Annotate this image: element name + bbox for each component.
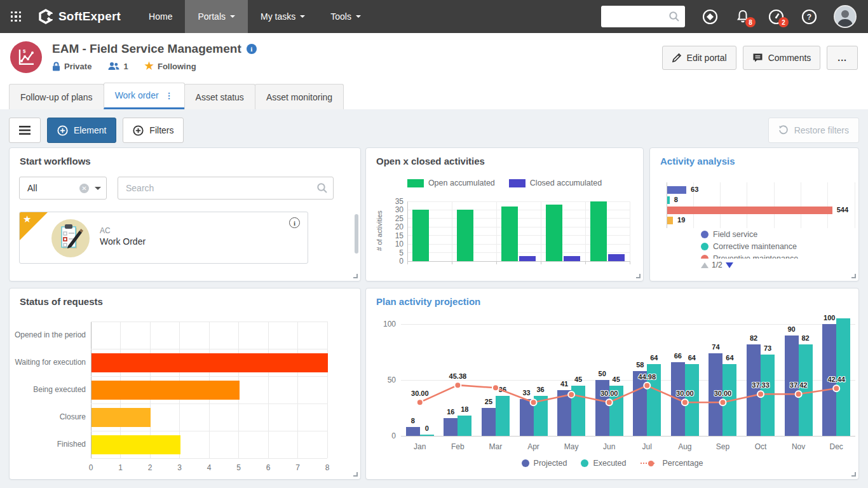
quick-access-button[interactable] (702, 8, 718, 25)
line-point (757, 391, 764, 397)
portal-icon: $ (10, 41, 42, 73)
chart-title: Activity analysis (660, 156, 735, 166)
svg-text:$: $ (23, 48, 26, 54)
workflow-search-input[interactable] (118, 177, 334, 200)
gridline-x (452, 201, 452, 261)
legend-item[interactable]: Open accumulated (407, 179, 495, 187)
resize-handle[interactable] (851, 274, 856, 278)
line-point (417, 399, 423, 405)
legend-item[interactable]: Field service (701, 228, 798, 240)
legend-item[interactable]: Corrective maintenance (701, 240, 798, 252)
avatar-image (835, 6, 855, 27)
category-label: Waiting for execution (6, 358, 86, 367)
notifications-button[interactable]: 8 (735, 8, 751, 25)
comments-button[interactable]: Comments (743, 46, 821, 70)
bar-open (590, 201, 607, 261)
question-icon: ? (801, 9, 817, 25)
pending-activities-button[interactable]: 2 (768, 8, 784, 25)
workflow-search (118, 177, 334, 200)
help-button[interactable]: ? (801, 8, 817, 25)
x-tick-label: 4 (201, 463, 217, 472)
users-icon (108, 62, 119, 71)
tab-asset-monitoring[interactable]: Asset monitoring (255, 84, 344, 109)
resize-handle[interactable] (636, 274, 641, 278)
add-filters-button[interactable]: Filters (123, 118, 184, 143)
following-toggle[interactable]: ★ Following (145, 61, 196, 71)
y-tick-label: 0 (376, 431, 396, 440)
bar-segment (667, 196, 670, 204)
more-options-button[interactable]: ... (827, 46, 858, 70)
softexpert-logo[interactable]: SoftExpert (32, 9, 136, 24)
layout-list-button[interactable] (9, 118, 41, 143)
legend-item[interactable]: Projected (522, 459, 567, 468)
x-tick-label: Mar (477, 442, 515, 451)
legend-item[interactable]: Executed (581, 459, 626, 468)
restore-icon (778, 125, 789, 135)
clear-filter-icon[interactable]: ✕ (79, 184, 89, 193)
resize-handle[interactable] (353, 274, 358, 278)
line-point (606, 399, 613, 405)
status-of-requests-chart: 012345678Opened in the periodWaiting for… (91, 322, 327, 458)
work-order-icon (50, 218, 91, 259)
x-tick-label: 0 (83, 463, 98, 472)
tab-asset-status[interactable]: Asset status (184, 84, 255, 109)
lock-icon (52, 62, 60, 71)
nav-item-home[interactable]: Home (136, 0, 185, 33)
panel-activity-analysis: Activity analysis 63854419 Field service… (649, 147, 859, 281)
value-label: 8 (674, 196, 678, 203)
workflow-card-work-order[interactable]: ★ AC Work Order i (19, 212, 308, 264)
gridline-x (407, 201, 408, 261)
add-element-button[interactable]: Element (47, 118, 116, 143)
line-value-label: 42.44 (820, 376, 852, 383)
info-icon[interactable]: i (289, 217, 300, 228)
ellipsis-icon: ... (837, 53, 847, 63)
app-launcher-button[interactable] (0, 0, 32, 33)
legend-item[interactable]: Closed accumulated (509, 179, 602, 187)
diamond-circle-icon (702, 9, 718, 25)
nav-item-portals[interactable]: Portals (185, 0, 248, 33)
axis-tick (630, 261, 630, 264)
edit-portal-button[interactable]: Edit portal (662, 46, 736, 70)
page-down-icon[interactable] (726, 262, 733, 268)
legend-swatch (701, 255, 709, 259)
bar-segment (92, 381, 240, 400)
chevron-down-icon (300, 15, 305, 18)
gridline-x (720, 182, 721, 228)
info-icon[interactable]: i (247, 44, 257, 54)
legend-item[interactable]: Percentage (641, 459, 703, 468)
category-label: Opened in the period (6, 330, 86, 339)
global-search (601, 6, 685, 27)
tab-work-order[interactable]: Work order⋮ (104, 83, 185, 109)
line-point (833, 385, 839, 391)
nav-item-tools[interactable]: Tools (318, 0, 374, 33)
x-tick-label: Feb (439, 442, 477, 451)
resize-handle[interactable] (353, 472, 358, 477)
legend-pagination: 1/2 (701, 261, 733, 269)
tab-follow-up-of-plans[interactable]: Follow-up of plans (9, 84, 104, 109)
scrollbar-thumb[interactable] (355, 214, 358, 254)
legend-label: Open accumulated (428, 179, 495, 187)
legend-item[interactable]: Preventive maintenance (701, 252, 798, 259)
bar-segment (667, 217, 673, 224)
kebab-menu-icon[interactable]: ⋮ (165, 91, 173, 100)
resize-handle[interactable] (851, 472, 856, 477)
followers-count[interactable]: 1 (108, 62, 128, 71)
portal-meta: Private 1 ★ Following (52, 61, 196, 71)
legend-label: Projected (534, 459, 567, 468)
star-icon: ★ (23, 214, 31, 225)
gridline-x (774, 182, 775, 228)
legend-label: Field service (713, 230, 757, 239)
x-tick-label: Jun (590, 442, 628, 451)
y-tick-label: 5 (386, 248, 403, 257)
workflow-filter-select[interactable]: All ✕ (19, 177, 107, 200)
user-avatar[interactable] (834, 5, 857, 28)
svg-text:?: ? (806, 13, 811, 22)
nav-item-my-tasks[interactable]: My tasks (248, 0, 318, 33)
bar-segment (92, 408, 151, 427)
page-up-icon[interactable] (701, 262, 709, 268)
search-icon (316, 182, 328, 194)
y-tick-label: 15 (386, 231, 403, 240)
restore-filters-button[interactable]: Restore filters (768, 118, 859, 143)
gridline-y (91, 376, 327, 377)
bar-closed (564, 256, 580, 261)
